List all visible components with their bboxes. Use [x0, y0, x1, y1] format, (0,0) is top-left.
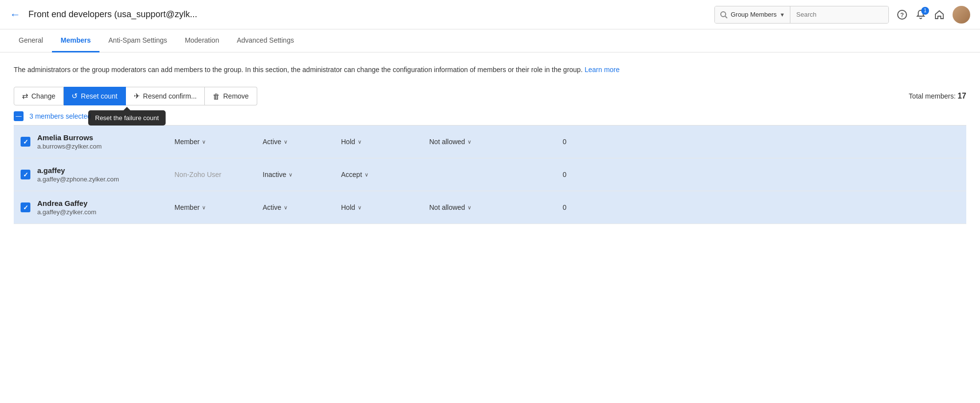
main-content: The administrators or the group moderato…: [0, 52, 980, 236]
notification-button[interactable]: 1: [915, 9, 926, 20]
avatar-image: [953, 6, 970, 24]
chevron-down-icon: ∨: [358, 204, 362, 211]
tab-moderation[interactable]: Moderation: [176, 29, 228, 52]
member-count-col: 0: [537, 203, 576, 211]
notification-badge: 1: [921, 7, 929, 15]
chevron-down-icon: ∨: [284, 139, 288, 145]
chevron-down-icon: ∨: [202, 204, 206, 211]
tab-advanced-settings[interactable]: Advanced Settings: [228, 29, 303, 52]
chevron-down-icon: ∨: [289, 172, 293, 178]
posting-dropdown[interactable]: Not allowed ∨: [429, 138, 537, 146]
delivery-dropdown[interactable]: Hold ∨: [341, 138, 429, 146]
delivery-dropdown[interactable]: Hold ∨: [341, 203, 429, 211]
member-checkbox-col: [14, 170, 37, 179]
back-button[interactable]: ←: [10, 8, 21, 21]
members-area: 3 members selected Amelia Burrows a.burr…: [14, 105, 966, 224]
tab-members[interactable]: Members: [52, 29, 99, 52]
member-checkbox[interactable]: [21, 202, 30, 212]
header-icons: ? 1: [897, 6, 970, 24]
delivery-dropdown[interactable]: Accept ∨: [341, 171, 429, 178]
member-name: Amelia Burrows: [37, 133, 174, 142]
member-count-col: 0: [537, 171, 576, 178]
member-status-col: Active ∨: [263, 138, 341, 146]
member-email: a.gaffey@zphone.zylker.com: [37, 176, 174, 183]
help-button[interactable]: ?: [897, 9, 907, 20]
chevron-down-icon: ∨: [202, 139, 206, 145]
member-role-col: Non-Zoho User: [174, 171, 263, 178]
change-icon: ⇄: [22, 92, 28, 101]
svg-text:?: ?: [900, 11, 904, 18]
total-members: Total members: 17: [909, 92, 966, 101]
select-all-checkbox[interactable]: [14, 111, 24, 121]
member-status-col: Inactive ∨: [263, 171, 341, 178]
member-posting-col: Not allowed ∨: [429, 203, 537, 211]
member-checkbox[interactable]: [21, 137, 30, 147]
member-role-col: Member ∨: [174, 138, 263, 146]
svg-line-1: [725, 16, 727, 18]
toolbar: ⇄ Change ↺ Reset count ✈ Resend confirm.…: [14, 87, 966, 105]
help-icon: ?: [897, 9, 907, 20]
selection-row: 3 members selected: [14, 105, 966, 126]
tab-general[interactable]: General: [10, 29, 52, 52]
resend-icon: ✈: [134, 92, 140, 101]
member-info: Amelia Burrows a.burrows@zylker.com: [37, 133, 174, 150]
posting-dropdown[interactable]: Not allowed ∨: [429, 203, 537, 211]
member-role-col: Member ∨: [174, 203, 263, 211]
chevron-down-icon: ∨: [358, 139, 362, 145]
reset-count-button[interactable]: ↺ Reset count: [64, 87, 126, 105]
chevron-down-icon: ∨: [284, 204, 288, 211]
search-group: Group Members ▼: [714, 6, 889, 24]
member-email: a.burrows@zylker.com: [37, 143, 174, 150]
member-name: a.gaffey: [37, 166, 174, 175]
member-count-col: 0: [537, 138, 576, 146]
member-info: a.gaffey a.gaffey@zphone.zylker.com: [37, 166, 174, 183]
member-posting-col: Not allowed ∨: [429, 138, 537, 146]
table-row: Andrea Gaffey a.gaffey@zylker.com Member…: [14, 191, 966, 224]
chevron-down-icon: ∨: [365, 172, 368, 178]
member-checkbox-col: [14, 137, 37, 147]
member-checkbox-col: [14, 202, 37, 212]
home-button[interactable]: [934, 9, 945, 20]
member-delivery-col: Accept ∨: [341, 171, 429, 178]
home-icon: [934, 9, 945, 20]
tab-anti-spam[interactable]: Anti-Spam Settings: [99, 29, 176, 52]
role-dropdown[interactable]: Member ∨: [174, 203, 263, 211]
resend-confirm-button[interactable]: ✈ Resend confirm...: [126, 87, 205, 105]
description-text: The administrators or the group moderato…: [14, 64, 749, 75]
member-delivery-col: Hold ∨: [341, 138, 429, 146]
header: ← Front end developers (usa_support@zylk…: [0, 0, 980, 29]
avatar[interactable]: [953, 6, 970, 24]
svg-point-0: [721, 12, 726, 17]
member-name: Andrea Gaffey: [37, 199, 174, 207]
chevron-down-icon: ▼: [780, 12, 785, 18]
remove-button[interactable]: 🗑 Remove: [205, 87, 257, 105]
chevron-down-icon: ∨: [467, 139, 471, 145]
role-dropdown[interactable]: Member ∨: [174, 138, 263, 146]
chevron-down-icon: ∨: [467, 204, 471, 211]
status-dropdown[interactable]: Active ∨: [263, 203, 341, 211]
trash-icon: 🗑: [213, 92, 220, 101]
search-input[interactable]: [790, 6, 888, 23]
search-dropdown[interactable]: Group Members ▼: [715, 6, 790, 23]
member-checkbox[interactable]: [21, 170, 30, 179]
reset-icon: ↺: [72, 92, 78, 101]
role-dropdown[interactable]: Non-Zoho User: [174, 171, 263, 178]
tabs-bar: General Members Anti-Spam Settings Moder…: [0, 29, 980, 52]
page-title: Front end developers (usa_support@zylk..…: [28, 9, 707, 20]
search-icon: [720, 11, 728, 19]
change-button[interactable]: ⇄ Change: [14, 87, 64, 105]
table-row: Amelia Burrows a.burrows@zylker.com Memb…: [14, 126, 966, 158]
member-email: a.gaffey@zylker.com: [37, 208, 174, 216]
search-dropdown-label: Group Members: [731, 11, 777, 18]
member-delivery-col: Hold ∨: [341, 203, 429, 211]
selected-count-label: 3 members selected: [29, 112, 91, 120]
status-dropdown[interactable]: Inactive ∨: [263, 171, 341, 178]
status-dropdown[interactable]: Active ∨: [263, 138, 341, 146]
table-row: a.gaffey a.gaffey@zphone.zylker.com Non-…: [14, 158, 966, 191]
member-info: Andrea Gaffey a.gaffey@zylker.com: [37, 199, 174, 216]
member-status-col: Active ∨: [263, 203, 341, 211]
learn-more-link[interactable]: Learn more: [585, 66, 620, 74]
